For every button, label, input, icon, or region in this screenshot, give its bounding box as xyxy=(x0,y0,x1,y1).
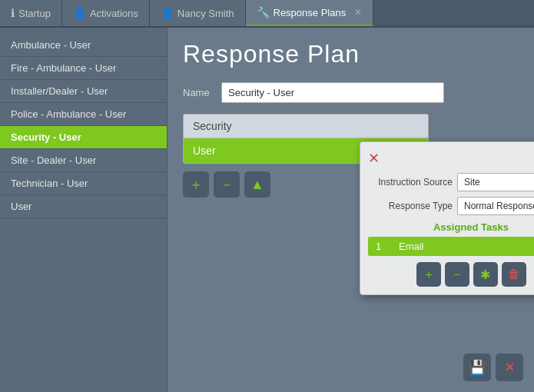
sidebar-item-police-ambulance-user[interactable]: Police - Ambulance - User xyxy=(0,103,167,126)
response-type-label: Response Type xyxy=(368,201,453,211)
move-up-button[interactable]: ▲ xyxy=(244,171,270,198)
content-area: Response Plan Name Security User ⚙ ＋ － ▲… xyxy=(167,28,534,392)
sidebar-item-technician-user[interactable]: Technician - User xyxy=(0,172,167,195)
sidebar-item-site-dealer-user[interactable]: Site - Dealer - User xyxy=(0,149,167,172)
response-type-row: Response Type Normal Response ▶ xyxy=(368,197,534,215)
tab-activations[interactable]: 👤 Activations xyxy=(62,0,150,26)
tab-nancy-smith[interactable]: 👤 Nancy Smith xyxy=(150,0,246,26)
sidebar-item-user[interactable]: User xyxy=(0,195,167,218)
tab-startup[interactable]: ℹ Startup xyxy=(0,0,62,26)
tab-response-plans-close[interactable]: ✕ xyxy=(354,7,362,18)
popup-delete-button[interactable]: 🗑 xyxy=(502,262,526,287)
response-type-select[interactable]: Normal Response ▶ xyxy=(457,197,534,215)
response-plans-icon: 🔧 xyxy=(257,6,270,18)
instruction-source-row: Instruction Source Site ▶ xyxy=(368,173,534,191)
sidebar-item-installer-dealer-user[interactable]: Installer/Dealer - User xyxy=(0,80,167,103)
nancy-icon: 👤 xyxy=(161,7,174,19)
popup-panel: ✕ Instruction Source Site ▶ Response Typ… xyxy=(360,141,534,295)
name-label: Name xyxy=(183,87,214,98)
task-num: 1 xyxy=(376,241,391,252)
popup-asterisk-button[interactable]: ✱ xyxy=(473,262,498,287)
tab-response-plans-label: Response Plans xyxy=(274,7,347,18)
tab-activations-label: Activations xyxy=(90,8,138,19)
tab-bar: ℹ Startup 👤 Activations 👤 Nancy Smith 🔧 … xyxy=(0,0,534,28)
sidebar-item-ambulance-user[interactable]: Ambulance - User xyxy=(0,34,167,57)
startup-icon: ℹ xyxy=(11,7,15,19)
tab-response-plans[interactable]: 🔧 Response Plans ✕ xyxy=(246,0,374,26)
cancel-button[interactable]: ✕ xyxy=(496,354,523,381)
sidebar-item-fire-ambulance-user[interactable]: Fire - Ambulance - User xyxy=(0,57,167,80)
tab-startup-label: Startup xyxy=(18,8,51,19)
popup-add-button[interactable]: ＋ xyxy=(416,262,441,287)
remove-button[interactable]: － xyxy=(214,171,240,198)
bottom-right-buttons: 💾 ✕ xyxy=(463,354,523,381)
main-layout: Ambulance - User Fire - Ambulance - User… xyxy=(0,28,534,392)
assigned-tasks-label: Assigned Tasks xyxy=(368,221,534,233)
sidebar-item-security-user[interactable]: Security - User xyxy=(0,126,167,149)
save-button[interactable]: 💾 xyxy=(463,354,491,381)
popup-remove-button[interactable]: － xyxy=(445,262,469,287)
page-title: Response Plan xyxy=(183,40,519,68)
popup-action-buttons: ＋ － ✱ 🗑 xyxy=(368,262,534,287)
tab-nancy-label: Nancy Smith xyxy=(177,8,234,19)
sidebar: Ambulance - User Fire - Ambulance - User… xyxy=(0,28,167,392)
instruction-source-select[interactable]: Site ▶ xyxy=(457,173,534,191)
instruction-source-label: Instruction Source xyxy=(368,177,453,188)
name-input[interactable] xyxy=(221,82,444,103)
popup-close-button[interactable]: ✕ xyxy=(368,150,380,167)
activations-icon: 👤 xyxy=(73,7,86,19)
add-button[interactable]: ＋ xyxy=(183,171,209,198)
task-name: Email xyxy=(399,241,424,252)
task-row[interactable]: 1 Email xyxy=(368,237,534,256)
list-item-security[interactable]: Security xyxy=(184,115,428,138)
name-row: Name xyxy=(183,82,519,103)
